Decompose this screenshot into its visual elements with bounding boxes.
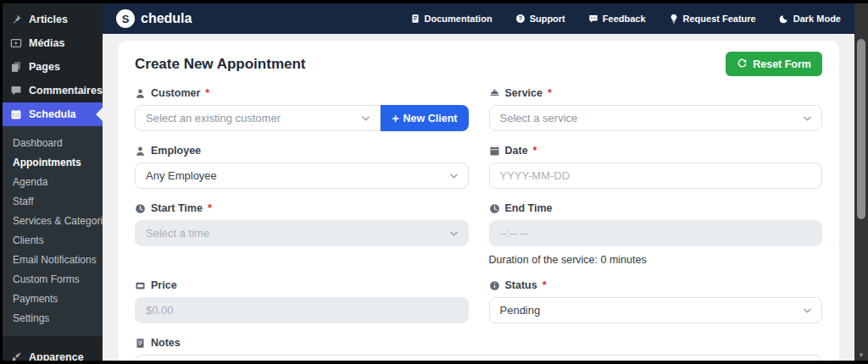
status-select-value: Pending	[500, 304, 541, 317]
sidebar-item-label: Pages	[29, 61, 60, 73]
price-label: Price	[151, 279, 177, 291]
nav-label: Documentation	[425, 14, 492, 24]
comment-icon	[10, 85, 22, 97]
customer-select[interactable]: Select an existing customer	[135, 105, 381, 131]
nav-feedback[interactable]: Feedback	[588, 14, 646, 24]
sidebar-item-articles[interactable]: Articles	[3, 8, 103, 31]
notes-field: Notes	[135, 337, 822, 361]
service-select-placeholder: Select a service	[500, 112, 578, 124]
wp-admin-sidebar: Articles Médias Pages Commentaires Sched…	[3, 3, 103, 361]
end-time-field: End Time Duration of the service: 0 minu…	[489, 202, 823, 266]
person-icon	[135, 88, 146, 99]
service-select[interactable]: Select a service	[489, 105, 823, 131]
service-cloche-icon	[489, 88, 500, 99]
required-asterisk: *	[533, 145, 537, 157]
required-asterisk: *	[208, 202, 212, 214]
nav-support[interactable]: ? Support	[515, 14, 565, 24]
topbar-nav: Documentation ? Support Feedback Request…	[410, 14, 841, 24]
sidebar-item-settings[interactable]: Settings	[3, 308, 103, 328]
employee-select[interactable]: Any Employee	[135, 163, 469, 189]
sidebar-item-staff[interactable]: Staff	[3, 191, 103, 211]
sidebar-item-label: Apparence	[29, 351, 84, 361]
end-time-label: End Time	[505, 202, 553, 214]
page-content: Create New Appointment Reset Form Custom…	[103, 34, 854, 361]
person-icon	[135, 146, 146, 157]
required-asterisk: *	[548, 87, 552, 99]
nav-dark-mode[interactable]: Dark Mode	[779, 14, 841, 24]
sidebar-item-services-categories[interactable]: Services & Categories	[3, 211, 103, 230]
employee-select-value: Any Employee	[146, 169, 217, 182]
required-asterisk: *	[205, 87, 209, 99]
schedula-logo[interactable]: S chedula	[116, 9, 192, 28]
info-icon	[489, 280, 500, 291]
chevron-down-icon	[362, 116, 370, 121]
date-input[interactable]	[489, 163, 823, 189]
sidebar-item-email-notifications[interactable]: Email Notifications	[3, 250, 103, 269]
media-icon	[10, 37, 22, 49]
book-icon	[410, 14, 420, 24]
date-label: Date	[505, 145, 528, 157]
sidebar-item-appointments[interactable]: Appointments	[3, 152, 103, 172]
plus-icon: +	[392, 113, 398, 124]
sidebar-item-apparence[interactable]: Apparence	[3, 345, 103, 361]
pushpin-icon	[10, 14, 22, 25]
status-field: Status * Pending	[489, 279, 823, 323]
sidebar-item-custom-forms[interactable]: Custom Forms	[3, 269, 103, 289]
sidebar-item-pages[interactable]: Pages	[3, 55, 103, 79]
new-client-button[interactable]: + New Client	[381, 105, 468, 131]
sidebar-item-commentaires[interactable]: Commentaires	[3, 79, 103, 102]
logo-text: chedula	[141, 11, 192, 26]
start-time-label: Start Time	[151, 202, 203, 214]
sidebar-item-clients[interactable]: Clients	[3, 230, 103, 250]
clock-icon	[135, 203, 146, 214]
notes-label: Notes	[151, 337, 181, 349]
nav-request-feature[interactable]: Request Feature	[669, 14, 756, 24]
new-client-label: New Client	[403, 113, 458, 124]
customer-select-placeholder: Select an existing customer	[146, 112, 281, 124]
employee-label: Employee	[151, 145, 201, 157]
chevron-down-icon	[804, 116, 811, 121]
nav-label: Request Feature	[683, 14, 756, 24]
moon-icon	[779, 14, 789, 24]
service-field: Service * Select a service	[489, 87, 823, 131]
scrollbar-down-arrow[interactable]: ▼	[854, 351, 868, 360]
customer-field: Customer * Select an existing customer +…	[135, 87, 469, 131]
sidebar-item-schedula[interactable]: Schedula	[3, 102, 103, 126]
nav-documentation[interactable]: Documentation	[410, 14, 492, 24]
vertical-scrollbar[interactable]: ▼	[854, 3, 868, 361]
sidebar-item-dashboard[interactable]: Dashboard	[3, 133, 103, 152]
nav-label: Support	[530, 14, 565, 24]
price-field: Price	[135, 279, 469, 323]
svg-text:?: ?	[518, 15, 521, 22]
plugin-topbar: S chedula Documentation ? Support Feedba…	[103, 3, 854, 34]
chat-bubble-icon	[588, 14, 598, 24]
chevron-down-icon	[804, 308, 811, 313]
service-label: Service	[505, 87, 542, 99]
sidebar-item-medias[interactable]: Médias	[3, 31, 103, 55]
sidebar-item-label: Commentaires	[29, 85, 103, 97]
calendar-icon	[10, 108, 22, 120]
sidebar-item-payments[interactable]: Payments	[3, 289, 103, 308]
employee-field: Employee Any Employee	[135, 145, 469, 189]
price-card-icon	[135, 280, 146, 291]
nav-label: Feedback	[603, 14, 646, 24]
start-time-field: Start Time * Select a time	[135, 202, 469, 266]
duration-helper-text: Duration of the service: 0 minutes	[489, 254, 823, 266]
appointment-card: Create New Appointment Reset Form Custom…	[118, 41, 839, 361]
page-title: Create New Appointment	[135, 56, 306, 73]
chevron-down-icon	[450, 231, 458, 236]
main-area: S chedula Documentation ? Support Feedba…	[103, 3, 854, 361]
status-select[interactable]: Pending	[489, 297, 823, 323]
paintbrush-icon	[10, 351, 22, 361]
reset-form-button[interactable]: Reset Form	[726, 52, 822, 76]
chevron-down-icon	[450, 174, 458, 179]
scrollbar-thumb[interactable]	[857, 39, 865, 219]
sidebar-item-label: Articles	[29, 14, 68, 25]
sidebar-item-agenda[interactable]: Agenda	[3, 172, 103, 191]
calendar-icon	[489, 146, 500, 157]
end-time-input	[489, 220, 823, 246]
logo-circle: S	[116, 9, 135, 28]
price-input	[135, 297, 469, 323]
notes-textarea[interactable]	[135, 355, 822, 361]
reset-form-label: Reset Form	[753, 58, 811, 70]
